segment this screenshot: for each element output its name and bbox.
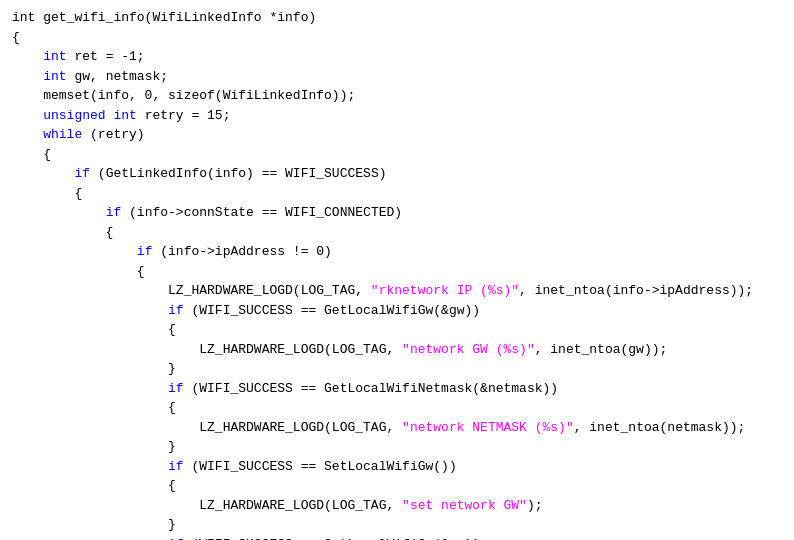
- code-block: int get_wifi_info(WifiLinkedInfo *info){…: [0, 0, 794, 540]
- code-line: if (GetLinkedInfo(info) == WIFI_SUCCESS): [12, 164, 782, 184]
- code-line: if (WIFI_SUCCESS == GetLocalWifiNetmask(…: [12, 379, 782, 399]
- code-line: if (WIFI_SUCCESS == SetLocalWifiGw()): [12, 457, 782, 477]
- code-line: unsigned int retry = 15;: [12, 106, 782, 126]
- code-line: LZ_HARDWARE_LOGD(LOG_TAG, "rknetwork IP …: [12, 281, 782, 301]
- code-line: if (WIFI_SUCCESS == GetLocalWifiGw(&gw)): [12, 301, 782, 321]
- code-line: }: [12, 437, 782, 457]
- code-line: }: [12, 515, 782, 535]
- code-line: int get_wifi_info(WifiLinkedInfo *info): [12, 8, 782, 28]
- code-line: {: [12, 28, 782, 48]
- code-line: memset(info, 0, sizeof(WifiLinkedInfo));: [12, 86, 782, 106]
- code-line: int gw, netmask;: [12, 67, 782, 87]
- code-line: if (info->ipAddress != 0): [12, 242, 782, 262]
- code-line: {: [12, 262, 782, 282]
- code-line: while (retry): [12, 125, 782, 145]
- code-line: {: [12, 145, 782, 165]
- code-line: {: [12, 476, 782, 496]
- code-line: {: [12, 398, 782, 418]
- code-line: if (info->connState == WIFI_CONNECTED): [12, 203, 782, 223]
- code-line: {: [12, 184, 782, 204]
- code-line: {: [12, 223, 782, 243]
- code-line: LZ_HARDWARE_LOGD(LOG_TAG, "network NETMA…: [12, 418, 782, 438]
- code-line: int ret = -1;: [12, 47, 782, 67]
- code-line: LZ_HARDWARE_LOGD(LOG_TAG, "network GW (%…: [12, 340, 782, 360]
- code-line: {: [12, 320, 782, 340]
- code-line: }: [12, 359, 782, 379]
- code-line: if (WIFI_SUCCESS == GetLocalWifiGw(&gw)): [12, 535, 782, 541]
- code-line: LZ_HARDWARE_LOGD(LOG_TAG, "set network G…: [12, 496, 782, 516]
